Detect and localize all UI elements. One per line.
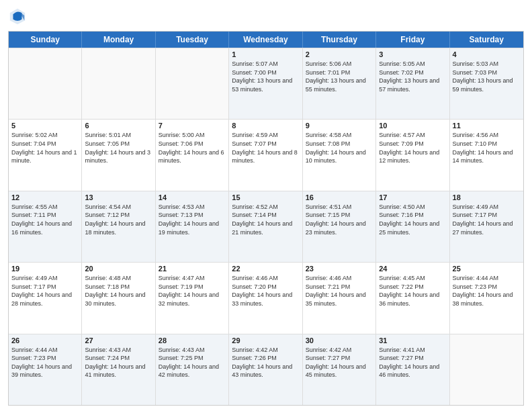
day-number: 10 [379, 122, 446, 130]
day-cell-25: 25Sunrise: 4:44 AM Sunset: 7:23 PM Dayli… [450, 263, 523, 333]
day-cell-13: 13Sunrise: 4:54 AM Sunset: 7:12 PM Dayli… [82, 191, 155, 262]
day-cell-9: 9Sunrise: 4:58 AM Sunset: 7:08 PM Daylig… [303, 120, 376, 190]
cell-text: Sunrise: 5:03 AM Sunset: 7:03 PM Dayligh… [453, 60, 521, 93]
cell-text: Sunrise: 4:56 AM Sunset: 7:10 PM Dayligh… [453, 131, 521, 165]
day-cell-28: 28Sunrise: 4:43 AM Sunset: 7:25 PM Dayli… [156, 334, 229, 405]
day-cell-17: 17Sunrise: 4:50 AM Sunset: 7:16 PM Dayli… [376, 191, 449, 262]
cell-text: Sunrise: 4:41 AM Sunset: 7:27 PM Dayligh… [379, 346, 446, 379]
page: SundayMondayTuesdayWednesdayThursdayFrid… [0, 0, 532, 411]
day-cell-6: 6Sunrise: 5:01 AM Sunset: 7:05 PM Daylig… [82, 120, 155, 190]
cell-text: Sunrise: 4:49 AM Sunset: 7:17 PM Dayligh… [453, 203, 521, 236]
calendar-row-0: 1Sunrise: 5:07 AM Sunset: 7:00 PM Daylig… [9, 48, 523, 119]
day-number: 9 [306, 122, 373, 130]
day-number: 21 [159, 265, 226, 273]
day-number: 12 [11, 193, 79, 201]
day-number: 2 [306, 50, 373, 58]
cell-text: Sunrise: 4:59 AM Sunset: 7:07 PM Dayligh… [232, 131, 299, 165]
cell-text: Sunrise: 5:05 AM Sunset: 7:02 PM Dayligh… [379, 60, 446, 93]
cell-text: Sunrise: 4:47 AM Sunset: 7:19 PM Dayligh… [159, 274, 226, 308]
cell-text: Sunrise: 4:50 AM Sunset: 7:16 PM Dayligh… [379, 203, 446, 236]
cell-text: Sunrise: 4:42 AM Sunset: 7:27 PM Dayligh… [306, 346, 373, 379]
day-cell-29: 29Sunrise: 4:42 AM Sunset: 7:26 PM Dayli… [229, 334, 302, 405]
day-cell-20: 20Sunrise: 4:48 AM Sunset: 7:18 PM Dayli… [82, 263, 155, 333]
day-number: 25 [453, 265, 521, 273]
day-cell-10: 10Sunrise: 4:57 AM Sunset: 7:09 PM Dayli… [376, 120, 449, 190]
empty-cell-0-2 [156, 48, 229, 119]
day-number: 15 [232, 193, 299, 201]
day-number: 4 [453, 50, 521, 58]
day-number: 13 [85, 193, 152, 201]
cell-text: Sunrise: 4:54 AM Sunset: 7:12 PM Dayligh… [85, 203, 152, 236]
cell-text: Sunrise: 4:53 AM Sunset: 7:13 PM Dayligh… [159, 203, 226, 236]
day-number: 7 [159, 122, 226, 130]
day-cell-14: 14Sunrise: 4:53 AM Sunset: 7:13 PM Dayli… [156, 191, 229, 262]
day-cell-2: 2Sunrise: 5:06 AM Sunset: 7:01 PM Daylig… [303, 48, 376, 119]
cell-text: Sunrise: 4:52 AM Sunset: 7:14 PM Dayligh… [232, 203, 299, 236]
day-cell-7: 7Sunrise: 5:00 AM Sunset: 7:06 PM Daylig… [156, 120, 229, 190]
day-number: 20 [85, 265, 152, 273]
col-header-tuesday: Tuesday [156, 32, 229, 48]
col-header-monday: Monday [82, 32, 155, 48]
calendar-row-3: 19Sunrise: 4:49 AM Sunset: 7:17 PM Dayli… [9, 262, 523, 333]
calendar-row-4: 26Sunrise: 4:44 AM Sunset: 7:23 PM Dayli… [9, 334, 523, 405]
day-number: 18 [453, 193, 521, 201]
day-number: 27 [85, 336, 152, 345]
cell-text: Sunrise: 4:49 AM Sunset: 7:17 PM Dayligh… [11, 274, 79, 308]
day-number: 19 [11, 265, 79, 273]
empty-cell-4-6 [450, 334, 523, 405]
day-number: 11 [453, 122, 521, 130]
day-cell-5: 5Sunrise: 5:02 AM Sunset: 7:04 PM Daylig… [9, 120, 82, 190]
cell-text: Sunrise: 4:43 AM Sunset: 7:24 PM Dayligh… [85, 346, 152, 379]
day-cell-4: 4Sunrise: 5:03 AM Sunset: 7:03 PM Daylig… [450, 48, 523, 119]
cell-text: Sunrise: 4:44 AM Sunset: 7:23 PM Dayligh… [453, 274, 521, 308]
day-number: 26 [11, 336, 79, 345]
day-cell-12: 12Sunrise: 4:55 AM Sunset: 7:11 PM Dayli… [9, 191, 82, 262]
cell-text: Sunrise: 4:48 AM Sunset: 7:18 PM Dayligh… [85, 274, 152, 308]
day-number: 16 [306, 193, 373, 201]
day-number: 5 [11, 122, 79, 130]
day-cell-18: 18Sunrise: 4:49 AM Sunset: 7:17 PM Dayli… [450, 191, 523, 262]
col-header-wednesday: Wednesday [229, 32, 302, 48]
calendar: SundayMondayTuesdayWednesdayThursdayFrid… [8, 31, 524, 406]
day-number: 28 [159, 336, 226, 345]
day-number: 1 [232, 50, 299, 58]
col-header-friday: Friday [376, 32, 449, 48]
cell-text: Sunrise: 4:44 AM Sunset: 7:23 PM Dayligh… [11, 346, 79, 379]
day-cell-3: 3Sunrise: 5:05 AM Sunset: 7:02 PM Daylig… [376, 48, 449, 119]
day-cell-1: 1Sunrise: 5:07 AM Sunset: 7:00 PM Daylig… [229, 48, 302, 119]
day-cell-23: 23Sunrise: 4:46 AM Sunset: 7:21 PM Dayli… [303, 263, 376, 333]
day-number: 23 [306, 265, 373, 273]
cell-text: Sunrise: 5:00 AM Sunset: 7:06 PM Dayligh… [159, 131, 226, 165]
day-cell-19: 19Sunrise: 4:49 AM Sunset: 7:17 PM Dayli… [9, 263, 82, 333]
cell-text: Sunrise: 4:46 AM Sunset: 7:21 PM Dayligh… [306, 274, 373, 308]
cell-text: Sunrise: 5:02 AM Sunset: 7:04 PM Dayligh… [11, 131, 79, 165]
day-cell-22: 22Sunrise: 4:46 AM Sunset: 7:20 PM Dayli… [229, 263, 302, 333]
col-header-saturday: Saturday [450, 32, 523, 48]
header [8, 7, 524, 26]
cell-text: Sunrise: 4:57 AM Sunset: 7:09 PM Dayligh… [379, 131, 446, 165]
day-cell-8: 8Sunrise: 4:59 AM Sunset: 7:07 PM Daylig… [229, 120, 302, 190]
calendar-body: 1Sunrise: 5:07 AM Sunset: 7:00 PM Daylig… [9, 48, 523, 405]
calendar-header-row: SundayMondayTuesdayWednesdayThursdayFrid… [9, 32, 523, 48]
cell-text: Sunrise: 4:51 AM Sunset: 7:15 PM Dayligh… [306, 203, 373, 236]
cell-text: Sunrise: 4:55 AM Sunset: 7:11 PM Dayligh… [11, 203, 79, 236]
calendar-row-2: 12Sunrise: 4:55 AM Sunset: 7:11 PM Dayli… [9, 191, 523, 262]
cell-text: Sunrise: 4:58 AM Sunset: 7:08 PM Dayligh… [306, 131, 373, 165]
col-header-sunday: Sunday [9, 32, 82, 48]
day-number: 29 [232, 336, 299, 345]
day-number: 8 [232, 122, 299, 130]
day-cell-27: 27Sunrise: 4:43 AM Sunset: 7:24 PM Dayli… [82, 334, 155, 405]
empty-cell-0-1 [82, 48, 155, 119]
day-number: 3 [379, 50, 446, 58]
day-number: 22 [232, 265, 299, 273]
cell-text: Sunrise: 4:43 AM Sunset: 7:25 PM Dayligh… [159, 346, 226, 379]
cell-text: Sunrise: 5:07 AM Sunset: 7:00 PM Dayligh… [232, 60, 299, 93]
day-number: 24 [379, 265, 446, 273]
calendar-row-1: 5Sunrise: 5:02 AM Sunset: 7:04 PM Daylig… [9, 119, 523, 190]
logo-icon [8, 7, 27, 26]
day-cell-24: 24Sunrise: 4:45 AM Sunset: 7:22 PM Dayli… [376, 263, 449, 333]
cell-text: Sunrise: 5:06 AM Sunset: 7:01 PM Dayligh… [306, 60, 373, 93]
day-cell-26: 26Sunrise: 4:44 AM Sunset: 7:23 PM Dayli… [9, 334, 82, 405]
cell-text: Sunrise: 4:45 AM Sunset: 7:22 PM Dayligh… [379, 274, 446, 308]
day-number: 14 [159, 193, 226, 201]
